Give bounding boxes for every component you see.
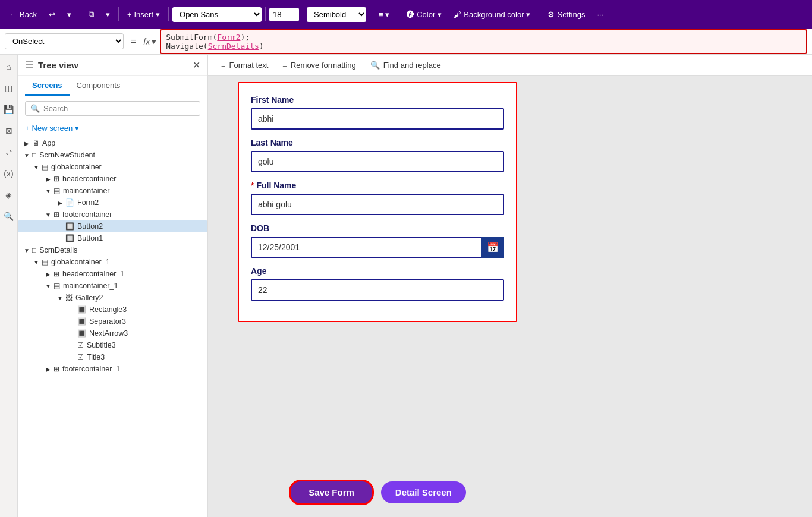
item-icon: 🔳 [77, 305, 86, 314]
item-label: App [42, 139, 203, 147]
list-item[interactable]: 🔳 Separator3 [18, 316, 207, 327]
formula-line2: Navigate(ScrnDetails) [166, 42, 263, 51]
item-icon: □ [32, 246, 36, 254]
home-icon-btn[interactable]: ⌂ [2, 59, 16, 74]
list-item[interactable]: 🔳 Rectangle3 [18, 304, 207, 316]
item-label: Button1 [77, 234, 203, 242]
clipboard-dropdown-button[interactable]: ▾ [101, 8, 115, 21]
save-form-button[interactable]: Save Form [289, 480, 374, 505]
font-size-input[interactable] [269, 8, 299, 21]
new-screen-button[interactable]: + New screen ▾ [18, 121, 207, 135]
full-name-label: * Full Name [251, 181, 504, 190]
list-item[interactable]: ▼ ▤ maincontainer_1 [18, 280, 207, 292]
settings-label: Settings [557, 10, 585, 19]
list-item[interactable]: ▼ □ ScrnNewStudent [18, 149, 207, 161]
bg-color-button[interactable]: 🖌 Background color ▾ [449, 8, 535, 21]
item-icon: 🖼 [65, 294, 73, 302]
item-icon: 🔲 [65, 234, 74, 242]
font-family-select[interactable]: Open Sans [172, 7, 262, 22]
list-item[interactable]: ☑ Subtitle3 [18, 339, 207, 351]
insert-button[interactable]: + Insert ▾ [122, 8, 165, 21]
item-label: Title3 [87, 353, 203, 361]
components-icon-btn[interactable]: ⊠ [2, 124, 16, 138]
first-name-input[interactable] [251, 108, 504, 130]
clipboard-button[interactable]: ⧉ [84, 7, 99, 21]
toggle-icon: ▼ [32, 259, 40, 266]
divider-6 [370, 7, 370, 21]
remove-formatting-button[interactable]: ≡ Remove formatting [276, 58, 361, 72]
dob-label: DOB [251, 223, 504, 233]
toggle-icon: ▶ [23, 140, 31, 147]
list-item[interactable]: ▶ ⊞ footercontainer_1 [18, 363, 207, 375]
format-text-button[interactable]: ≡ Format text [215, 58, 274, 72]
tree-header: ☰ Tree view ✕ [18, 55, 207, 76]
data-icon-btn[interactable]: 💾 [2, 102, 16, 116]
variables-icon-btn[interactable]: (x) [2, 166, 16, 181]
tab-components[interactable]: Components [70, 76, 128, 96]
remove-formatting-icon: ≡ [282, 61, 287, 70]
plugin-icon-btn[interactable]: ⇌ [2, 145, 16, 159]
item-icon: 🖥 [32, 139, 39, 147]
list-item[interactable]: ▼ ▤ maincontainer [18, 185, 207, 197]
property-select[interactable]: OnSelect [5, 33, 124, 49]
list-item[interactable]: ▼ ⊞ footercontainer [18, 209, 207, 220]
formula-line1: SubmitForm(Form2); [166, 33, 250, 42]
undo-dropdown-button[interactable]: ▾ [62, 8, 76, 21]
item-icon: ⊞ [53, 270, 59, 278]
list-item[interactable]: ☑ Title3 [18, 351, 207, 363]
calendar-button[interactable]: 📅 [481, 237, 504, 258]
age-input[interactable] [251, 279, 504, 301]
theme-icon-btn[interactable]: ◈ [2, 188, 16, 202]
list-item[interactable]: ▶ 🖥 App [18, 137, 207, 149]
tree-close-button[interactable]: ✕ [193, 59, 200, 71]
list-item[interactable]: ▼ ▤ globalcontainer_1 [18, 256, 207, 268]
full-name-field: * Full Name [251, 181, 504, 215]
settings-button[interactable]: ⚙ Settings [543, 8, 590, 21]
last-name-input[interactable] [251, 151, 504, 172]
toggle-icon: ▼ [56, 295, 64, 301]
divider-7 [398, 7, 398, 21]
item-label: footercontainer [62, 210, 203, 219]
undo-button[interactable]: ↩ [44, 8, 60, 21]
search-icon-btn[interactable]: 🔍 [2, 209, 16, 223]
canvas-wrapper: ≡ Format text ≡ Remove formatting 🔍 Find… [208, 55, 812, 517]
formula-bar: OnSelect = fx ▾ SubmitForm(Form2); Navig… [0, 29, 812, 55]
remove-formatting-label: Remove formatting [291, 61, 356, 70]
hamburger-icon[interactable]: ☰ [25, 59, 33, 71]
insert-label: Insert [134, 10, 154, 19]
plus-icon: + [127, 10, 132, 19]
detail-screen-button[interactable]: Detail Screen [381, 481, 466, 503]
insert-chevron-icon: ▾ [156, 10, 160, 19]
list-item[interactable]: ▼ □ ScrnDetails [18, 244, 207, 256]
layers-icon-btn[interactable]: ◫ [2, 81, 16, 95]
list-item[interactable]: ▼ 🖼 Gallery2 [18, 292, 207, 304]
divider-2 [118, 7, 119, 21]
find-replace-button[interactable]: 🔍 Find and replace [364, 58, 447, 72]
font-weight-select[interactable]: Semibold [307, 7, 366, 22]
color-button[interactable]: 🅐 Color ▾ [402, 8, 446, 21]
first-name-label: First Name [251, 95, 504, 105]
list-item[interactable]: ▼ ▤ globalcontainer [18, 161, 207, 173]
back-button[interactable]: ← Back [5, 8, 42, 21]
tab-screens[interactable]: Screens [25, 76, 70, 96]
formula-display[interactable]: SubmitForm(Form2); Navigate(ScrnDetails) [160, 29, 807, 54]
text-align-button[interactable]: ≡ ▾ [374, 8, 394, 21]
fx-button[interactable]: fx ▾ [143, 37, 155, 46]
dob-input[interactable] [251, 237, 504, 258]
list-item[interactable]: 🔳 NextArrow3 [18, 327, 207, 339]
more-options-button[interactable]: ··· [592, 8, 608, 21]
toggle-icon [68, 319, 76, 325]
list-item[interactable]: ▶ ⊞ headercontainer [18, 173, 207, 185]
settings-icon: ⚙ [547, 10, 555, 19]
list-item[interactable]: ▶ 📄 Form2 [18, 197, 207, 209]
required-star: * [251, 181, 254, 190]
full-name-input[interactable] [251, 194, 504, 215]
main-layout: ⌂ ◫ 💾 ⊠ ⇌ (x) ◈ 🔍 ☰ Tree view ✕ Screens … [0, 55, 812, 517]
tree-panel: ☰ Tree view ✕ Screens Components 🔍 + New… [18, 55, 208, 517]
search-input[interactable] [43, 104, 195, 113]
calendar-icon: 📅 [487, 242, 499, 253]
full-name-label-text: Full Name [256, 181, 296, 190]
list-item[interactable]: 🔲 Button2 [18, 220, 207, 232]
list-item[interactable]: 🔲 Button1 [18, 232, 207, 244]
list-item[interactable]: ▶ ⊞ headercontainer_1 [18, 268, 207, 280]
